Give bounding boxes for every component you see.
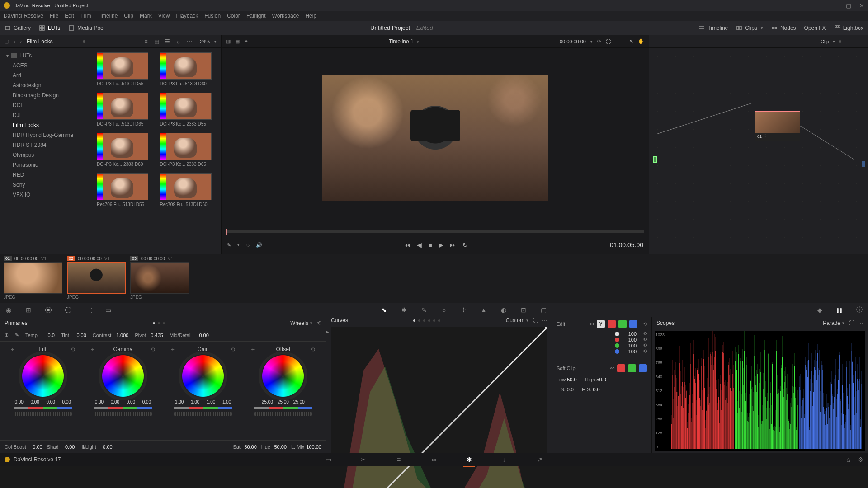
- scopes-icon[interactable]: ⫿⫿: [835, 306, 844, 314]
- play-tc[interactable]: 01:00:05:00: [610, 241, 643, 249]
- edit-page-icon[interactable]: ≡: [395, 455, 403, 464]
- node-input[interactable]: [653, 156, 657, 163]
- node-output[interactable]: [862, 161, 865, 167]
- channel-y-button[interactable]: Y: [597, 320, 605, 328]
- viewer-more-icon[interactable]: ⋯: [615, 38, 620, 44]
- clip-item[interactable]: 0100:00:00:00V1 JPEG: [4, 256, 62, 301]
- menu-timeline[interactable]: Timeline: [97, 13, 118, 19]
- split-icon[interactable]: ▤: [235, 38, 240, 44]
- menu-fairlight[interactable]: Fairlight: [246, 13, 266, 19]
- lmix-field[interactable]: L. Mix100.00: [291, 444, 321, 450]
- tree-folder[interactable]: HDR ST 2084: [0, 140, 90, 150]
- media-page-icon[interactable]: ▭: [324, 455, 332, 464]
- lut-item[interactable]: DCI-P3 Ko... 2383 D60: [97, 133, 152, 167]
- tint-field[interactable]: Tint0.00: [61, 333, 86, 338]
- clip-item[interactable]: 0300:00:00:00V1 JPEG: [130, 256, 189, 301]
- sort-icon[interactable]: ≡: [143, 38, 149, 45]
- mute-icon[interactable]: 🔊: [256, 242, 262, 248]
- softclip-low[interactable]: Low 50.0: [557, 377, 577, 382]
- hue-field[interactable]: Hue50.00: [261, 444, 287, 450]
- menu-davinci[interactable]: DaVinci Resolve: [4, 13, 43, 19]
- menu-playback[interactable]: Playback: [176, 13, 198, 19]
- tree-folder[interactable]: Arri: [0, 70, 90, 80]
- softclip-high[interactable]: High 50.0: [585, 377, 606, 382]
- menu-workspace[interactable]: Workspace: [272, 13, 299, 19]
- wheel-lift[interactable]: +Lift⟲ 0.000.000.000.00: [5, 346, 81, 436]
- browser-collapse-icon[interactable]: ▢: [5, 38, 9, 44]
- rgb-mixer-icon[interactable]: ⋮⋮: [84, 306, 92, 314]
- menu-fusion[interactable]: Fusion: [204, 13, 221, 19]
- keyframe-icon[interactable]: ◆: [816, 306, 824, 314]
- tree-folder[interactable]: VFX IO: [0, 190, 90, 200]
- fairlight-page-icon[interactable]: ♪: [500, 455, 509, 464]
- clips-button[interactable]: Clips▾: [736, 25, 763, 31]
- refresh-icon[interactable]: ⟳: [597, 38, 601, 44]
- window-icon[interactable]: ○: [440, 306, 448, 314]
- viewer-image[interactable]: [322, 75, 548, 201]
- scopes-more-icon[interactable]: ⋯: [858, 320, 863, 326]
- scopes-expand-icon[interactable]: ⛶: [849, 320, 854, 326]
- next-clip-icon[interactable]: ⏭: [450, 241, 456, 249]
- menu-file[interactable]: File: [50, 13, 58, 19]
- channel-b-button[interactable]: [629, 320, 637, 328]
- channel-intensity[interactable]: 100⟲: [557, 343, 647, 348]
- warper-icon[interactable]: ✱: [400, 306, 408, 314]
- edit-reset-icon[interactable]: ⟲: [643, 321, 647, 327]
- home-icon[interactable]: ⌂: [847, 456, 850, 463]
- prev-clip-icon[interactable]: ⏮: [404, 241, 410, 249]
- menu-view[interactable]: View: [158, 13, 170, 19]
- sizing-icon[interactable]: ▢: [539, 306, 547, 314]
- magic-mask-icon[interactable]: ▲: [480, 306, 488, 314]
- minimize-icon[interactable]: —: [832, 2, 838, 9]
- media-pool-button[interactable]: Media Pool: [68, 25, 104, 31]
- lut-item[interactable]: DCI-P3 Ko... 2383 D55: [160, 93, 215, 127]
- node-canvas[interactable]: 01 ⠿: [649, 48, 868, 254]
- channel-intensity[interactable]: 100⟲: [557, 337, 647, 343]
- softclip-b-button[interactable]: [639, 364, 647, 372]
- wheel-offset[interactable]: +Offset⟲ 25.0025.0025.00: [245, 346, 321, 436]
- search-icon[interactable]: ⌕: [175, 38, 182, 45]
- menu-mark[interactable]: Mark: [140, 13, 152, 19]
- curves-expand-icon[interactable]: ⛶: [533, 317, 538, 324]
- menu-trim[interactable]: Trim: [80, 13, 91, 19]
- softclip-ls[interactable]: L.S. 0.0: [557, 387, 574, 392]
- middetail-field[interactable]: Mid/Detail0.00: [170, 333, 209, 338]
- tree-folder[interactable]: Panasonic: [0, 160, 90, 170]
- deliver-page-icon[interactable]: ↗: [536, 455, 544, 464]
- nav-back-icon[interactable]: ‹: [14, 38, 15, 45]
- primaries-icon[interactable]: [44, 306, 52, 314]
- tree-folder[interactable]: Film Looks: [0, 120, 90, 130]
- nodes-button[interactable]: Nodes: [771, 25, 796, 31]
- menu-clip[interactable]: Clip: [124, 13, 133, 19]
- tree-folder[interactable]: DCI: [0, 100, 90, 110]
- loop-icon[interactable]: ↻: [462, 241, 468, 249]
- tree-folder[interactable]: Astrodesign: [0, 80, 90, 90]
- step-back-icon[interactable]: ◀: [417, 241, 422, 249]
- openfx-button[interactable]: Open FX: [804, 25, 826, 31]
- color-match-icon[interactable]: ⊞: [24, 306, 33, 314]
- node-more-icon[interactable]: ⋯: [859, 38, 863, 44]
- picker-wb-icon[interactable]: ✎: [15, 332, 19, 338]
- qualifier-icon[interactable]: ✎: [420, 306, 428, 314]
- motion-icon[interactable]: ▭: [104, 306, 112, 314]
- tree-folder[interactable]: RED: [0, 170, 90, 180]
- grid-view-icon[interactable]: ▦: [154, 38, 160, 45]
- tree-root[interactable]: ▾LUTs: [0, 51, 90, 61]
- node-mode[interactable]: Clip: [821, 39, 829, 44]
- pointer-icon[interactable]: ↖: [629, 38, 633, 44]
- hand-icon[interactable]: ✋: [638, 38, 644, 44]
- play-icon[interactable]: ▶: [439, 241, 443, 249]
- timeline-name[interactable]: Timeline 1: [389, 38, 414, 45]
- magic-icon[interactable]: ✦: [244, 38, 248, 44]
- clip-item[interactable]: 0200:00:00:00V1 JPEG: [67, 256, 126, 301]
- menu-edit[interactable]: Edit: [65, 13, 74, 19]
- hilight-field[interactable]: Hi/Light0.00: [79, 444, 112, 450]
- tree-folder[interactable]: Blackmagic Design: [0, 90, 90, 100]
- menu-help[interactable]: Help: [305, 13, 316, 19]
- shad-field[interactable]: Shad0.00: [47, 444, 75, 450]
- tree-folder[interactable]: DJI: [0, 110, 90, 120]
- gallery-button[interactable]: Gallery: [5, 25, 31, 31]
- channel-intensity[interactable]: 100⟲: [557, 348, 647, 354]
- lut-item[interactable]: DCI-P3 Fu...513DI D55: [97, 52, 152, 86]
- nav-fwd-icon[interactable]: ›: [20, 38, 22, 45]
